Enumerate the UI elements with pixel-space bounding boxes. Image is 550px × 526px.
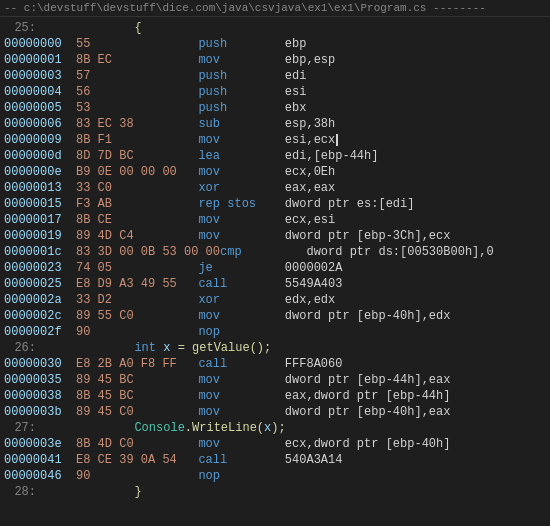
asm-addr: 00000023 — [4, 261, 76, 275]
asm-mnemonic: rep stos — [198, 197, 284, 211]
asm-mnemonic: mov — [198, 165, 284, 179]
line-25: 27: Console.WriteLine(x); — [0, 421, 550, 437]
asm-bytes: 8B F1 — [76, 133, 198, 147]
line-11: 00000015F3 AB rep stos dword ptr es:[edi… — [0, 197, 550, 213]
asm-addr: 00000005 — [4, 101, 76, 115]
line-2: 000000018B EC mov ebp,esp — [0, 53, 550, 69]
asm-addr: 00000038 — [4, 389, 76, 403]
asm-mnemonic: push — [198, 69, 284, 83]
line-4: 0000000456 push esi — [0, 85, 550, 101]
asm-mnemonic: call — [198, 357, 284, 371]
asm-addr: 00000019 — [4, 229, 76, 243]
asm-mnemonic: mov — [198, 309, 284, 323]
asm-addr: 00000009 — [4, 133, 76, 147]
asm-mnemonic: call — [198, 453, 284, 467]
asm-mnemonic: push — [198, 37, 284, 51]
line-29: 28: } — [0, 485, 550, 501]
src-content: { — [44, 21, 546, 35]
asm-addr: 00000013 — [4, 181, 76, 195]
asm-operands: dword ptr [ebp-40h],eax — [285, 405, 546, 419]
asm-bytes: 83 EC 38 — [76, 117, 198, 131]
src-linenum: 27: — [4, 421, 36, 435]
asm-addr: 00000003 — [4, 69, 76, 83]
asm-addr: 0000002a — [4, 293, 76, 307]
asm-operands: edi — [285, 69, 546, 83]
src-content: int x = getValue(); — [44, 341, 546, 355]
asm-bytes: E8 D9 A3 49 55 — [76, 277, 198, 291]
asm-operands: ecx,0Eh — [285, 165, 546, 179]
asm-bytes: 89 45 C0 — [76, 405, 198, 419]
asm-bytes: 53 — [76, 101, 198, 115]
line-28: 0000004690 nop — [0, 469, 550, 485]
line-21: 00000030E8 2B A0 F8 FF call FFF8A060 — [0, 357, 550, 373]
line-18: 0000002c89 55 C0 mov dword ptr [ebp-40h]… — [0, 309, 550, 325]
asm-bytes: 90 — [76, 469, 198, 483]
asm-operands: edi,[ebp-44h] — [285, 149, 546, 163]
line-9: 0000000eB9 0E 00 00 00 mov ecx,0Eh — [0, 165, 550, 181]
asm-operands: 0000002A — [285, 261, 546, 275]
line-14: 0000001c83 3D 00 0B 53 00 00cmp dword pt… — [0, 245, 550, 261]
asm-operands: eax,eax — [285, 181, 546, 195]
asm-bytes: F3 AB — [76, 197, 198, 211]
asm-mnemonic: call — [198, 277, 284, 291]
src-linenum: 25: — [4, 21, 36, 35]
asm-operands: 5549A403 — [285, 277, 546, 291]
line-5: 0000000553 push ebx — [0, 101, 550, 117]
asm-bytes: 56 — [76, 85, 198, 99]
asm-bytes: 33 D2 — [76, 293, 198, 307]
asm-bytes: 89 4D C4 — [76, 229, 198, 243]
line-3: 0000000357 push edi — [0, 69, 550, 85]
asm-bytes: 57 — [76, 69, 198, 83]
line-16: 00000025E8 D9 A3 49 55 call 5549A403 — [0, 277, 550, 293]
asm-mnemonic: xor — [198, 181, 284, 195]
line-13: 0000001989 4D C4 mov dword ptr [ebp-3Ch]… — [0, 229, 550, 245]
asm-operands: ecx,dword ptr [ebp-40h] — [285, 437, 546, 451]
asm-addr: 0000000d — [4, 149, 76, 163]
asm-bytes: B9 0E 00 00 00 — [76, 165, 198, 179]
asm-mnemonic: mov — [198, 405, 284, 419]
asm-bytes: 90 — [76, 325, 198, 339]
asm-mnemonic: mov — [198, 213, 284, 227]
asm-operands: 540A3A14 — [285, 453, 546, 467]
text-cursor — [336, 134, 338, 146]
line-26: 0000003e8B 4D C0 mov ecx,dword ptr [ebp-… — [0, 437, 550, 453]
asm-addr: 00000015 — [4, 197, 76, 211]
asm-mnemonic: mov — [198, 53, 284, 67]
asm-mnemonic: mov — [198, 437, 284, 451]
src-content: } — [44, 485, 546, 499]
title-bar: -- c:\devstuff\devstuff\dice.com\java\cs… — [0, 0, 550, 17]
line-10: 0000001333 C0 xor eax,eax — [0, 181, 550, 197]
asm-operands: dword ptr es:[edi] — [285, 197, 546, 211]
asm-operands: ebp — [285, 37, 546, 51]
asm-addr: 00000041 — [4, 453, 76, 467]
asm-addr: 00000001 — [4, 53, 76, 67]
line-27: 00000041E8 CE 39 0A 54 call 540A3A14 — [0, 453, 550, 469]
src-linenum: 28: — [4, 485, 36, 499]
asm-addr: 00000025 — [4, 277, 76, 291]
asm-addr: 0000001c — [4, 245, 76, 259]
asm-bytes: 8B 4D C0 — [76, 437, 198, 451]
line-8: 0000000d8D 7D BC lea edi,[ebp-44h] — [0, 149, 550, 165]
asm-mnemonic: mov — [198, 389, 284, 403]
asm-bytes: 8D 7D BC — [76, 149, 198, 163]
asm-addr: 0000002c — [4, 309, 76, 323]
asm-operands: esi,ecx — [285, 133, 546, 147]
asm-operands: eax,dword ptr [ebp-44h] — [285, 389, 546, 403]
asm-addr: 0000003b — [4, 405, 76, 419]
line-0: 25: { — [0, 21, 550, 37]
asm-mnemonic: lea — [198, 149, 284, 163]
asm-bytes: 8B CE — [76, 213, 198, 227]
code-window: -- c:\devstuff\devstuff\dice.com\java\cs… — [0, 0, 550, 526]
asm-bytes: 83 3D 00 0B 53 00 00 — [76, 245, 220, 259]
asm-operands: dword ptr [ebp-40h],edx — [285, 309, 546, 323]
asm-mnemonic: xor — [198, 293, 284, 307]
line-6: 0000000683 EC 38 sub esp,38h — [0, 117, 550, 133]
asm-operands: FFF8A060 — [285, 357, 546, 371]
line-12: 000000178B CE mov ecx,esi — [0, 213, 550, 229]
asm-addr: 00000017 — [4, 213, 76, 227]
asm-addr: 00000046 — [4, 469, 76, 483]
asm-addr: 0000003e — [4, 437, 76, 451]
asm-addr: 00000030 — [4, 357, 76, 371]
asm-mnemonic: push — [198, 85, 284, 99]
asm-operands: edx,edx — [285, 293, 546, 307]
